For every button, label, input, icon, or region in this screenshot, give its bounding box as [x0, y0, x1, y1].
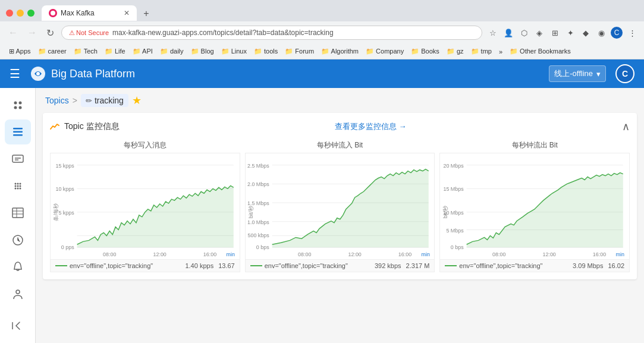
bookmark-daily[interactable]: 📁 daily — [157, 46, 187, 56]
sidebar-item-messages[interactable] — [5, 147, 31, 171]
monitor-more-link[interactable]: 查看更多监控信息 → — [335, 121, 407, 132]
active-tab[interactable]: Max Kafka ✕ — [42, 5, 137, 21]
svg-point-2 — [36, 72, 40, 75]
svg-text:500 kbps: 500 kbps — [247, 232, 269, 238]
charts-row: 每秒写入消息 15 kpps 10 kpp — [50, 140, 630, 272]
sidebar-item-table[interactable] — [5, 201, 31, 225]
legend-line-icon — [55, 265, 67, 266]
svg-text:15 kpps: 15 kpps — [55, 163, 74, 169]
bookmark-life[interactable]: 📁 Life — [102, 46, 128, 56]
svg-point-19 — [19, 188, 21, 190]
svg-text:5 kpps: 5 kpps — [58, 210, 74, 216]
sidebar-item-apps[interactable] — [5, 93, 31, 117]
legend-values: 1.40 kpps 13.67 — [185, 262, 234, 269]
bookmark-company[interactable]: 📁 Company — [363, 46, 407, 56]
tab-close-button[interactable]: ✕ — [124, 9, 130, 17]
minimize-dot[interactable] — [17, 10, 24, 17]
bookmark-career[interactable]: 📁 career — [35, 46, 70, 56]
forward-button[interactable]: → — [25, 25, 39, 40]
sidebar-item-dots[interactable] — [5, 174, 31, 198]
svg-text:16:00: 16:00 — [398, 251, 411, 257]
app-container: ☰ Big Data Platform 线上-offline ▾ C — [0, 59, 644, 343]
svg-marker-75 — [467, 173, 623, 248]
bookmarks-bar: ⊞ Apps 📁 career 📁 Tech 📁 Life 📁 API 📁 da… — [0, 44, 644, 59]
favorite-star-icon[interactable]: ★ — [132, 94, 142, 107]
sidebar-item-clock[interactable] — [5, 228, 31, 252]
svg-text:1.5 Mbps: 1.5 Mbps — [247, 200, 269, 206]
bookmark-books[interactable]: 📁 Books — [408, 46, 442, 56]
bookmark-algorithm[interactable]: 📁 Algorithm — [318, 46, 362, 56]
extension4-icon[interactable]: ✦ — [564, 27, 576, 39]
breadcrumb-edit-container: ✏ tracking — [81, 94, 128, 107]
legend-values: 392 kbps 2.317 M — [375, 262, 429, 269]
bookmark-other[interactable]: 📁 Other Bookmarks — [507, 46, 574, 56]
extension6-icon[interactable]: ◉ — [595, 27, 607, 39]
new-tab-button[interactable]: + — [139, 7, 153, 21]
maximize-dot[interactable] — [27, 10, 34, 17]
svg-text:16:00: 16:00 — [593, 251, 606, 257]
legend-item: env="offline",topic="tracking" — [250, 262, 348, 269]
bookmark-api[interactable]: 📁 API — [130, 46, 156, 56]
breadcrumb-topics-link[interactable]: Topics — [45, 96, 69, 105]
browser-chrome: Max Kafka ✕ + ← → ↻ ⚠ Not Secure max-kaf… — [0, 0, 644, 59]
bookmark-more[interactable]: » — [496, 47, 505, 56]
address-bar[interactable]: ⚠ Not Secure max-kafka-new.guazi-apps.co… — [61, 26, 482, 40]
profile-icon[interactable]: 👤 — [502, 27, 514, 39]
bookmark-tech[interactable]: 📁 Tech — [71, 46, 100, 56]
extension2-icon[interactable]: ◈ — [533, 27, 545, 39]
svg-text:2.0 Mbps: 2.0 Mbps — [247, 181, 269, 187]
bookmark-star-icon[interactable]: ☆ — [487, 27, 499, 39]
browser-window-controls — [6, 10, 34, 17]
svg-point-4 — [18, 101, 21, 104]
bookmark-tools[interactable]: 📁 tools — [251, 46, 281, 56]
extension1-icon[interactable]: ⬡ — [518, 27, 530, 39]
close-dot[interactable] — [6, 10, 13, 17]
logo-icon — [30, 65, 46, 82]
app-header: ☰ Big Data Platform 线上-offline ▾ C — [0, 59, 644, 88]
svg-text:bit/秒: bit/秒 — [248, 206, 254, 218]
legend-env-text: env="offline",topic="tracking" — [70, 262, 153, 269]
legend-min-value: 1.40 kpps — [185, 262, 213, 269]
bookmark-tmp[interactable]: 📁 tmp — [468, 46, 495, 56]
menu-hamburger-icon[interactable]: ☰ — [10, 67, 20, 81]
svg-text:15 Mbps: 15 Mbps — [444, 186, 464, 192]
bookmark-forum[interactable]: 📁 Forum — [282, 46, 317, 56]
chart2-svg: 2.5 Mbps 2.0 Mbps 1.5 Mbps 1.0 Mbps 500 … — [246, 153, 435, 259]
svg-point-17 — [14, 188, 16, 190]
extension3-icon[interactable]: ⊞ — [549, 27, 561, 39]
sidebar-item-list[interactable] — [5, 119, 31, 144]
sidebar-item-bell[interactable] — [5, 255, 31, 279]
app-title: Big Data Platform — [51, 68, 135, 80]
bookmark-blog[interactable]: 📁 Blog — [188, 46, 217, 56]
bookmark-apps[interactable]: ⊞ Apps — [6, 46, 34, 56]
svg-rect-9 — [13, 134, 23, 136]
reload-button[interactable]: ↻ — [44, 25, 56, 41]
user-avatar[interactable]: C — [615, 64, 634, 83]
legend-line-icon — [445, 265, 457, 266]
chart-flow-out: 每秒钟流出 Bit 20 Mbps 15 Mbps 10 Mbps — [439, 140, 630, 272]
extension5-icon[interactable]: ◆ — [580, 27, 592, 39]
browser-tabs: Max Kafka ✕ + — [42, 5, 638, 21]
chart-write-messages: 每秒写入消息 15 kpps 10 kpp — [50, 140, 240, 272]
menu-dots-icon[interactable]: ⋮ — [626, 27, 638, 39]
legend-item: env="offline",topic="tracking" — [445, 262, 542, 269]
legend-env-text: env="offline",topic="tracking" — [459, 262, 542, 269]
env-selector[interactable]: 线上-offline ▾ — [549, 65, 606, 82]
svg-text:12:00: 12:00 — [543, 251, 556, 257]
sidebar-item-people[interactable] — [5, 282, 31, 306]
tab-title: Max Kafka — [61, 9, 120, 17]
svg-text:条/每秒: 条/每秒 — [53, 203, 59, 221]
user-circle-icon[interactable]: C — [611, 27, 623, 39]
back-button[interactable]: ← — [6, 25, 20, 40]
app-logo: Big Data Platform — [30, 65, 135, 82]
edit-icon: ✏ — [86, 96, 92, 105]
monitor-collapse-button[interactable]: ∧ — [622, 120, 630, 133]
table-icon — [11, 206, 24, 219]
not-secure-badge: ⚠ Not Secure — [69, 29, 109, 37]
svg-text:min: min — [227, 251, 235, 257]
bookmark-gz[interactable]: 📁 gz — [444, 46, 467, 56]
sidebar-collapse-button[interactable] — [5, 314, 31, 338]
chart3-svg: 20 Mbps 15 Mbps 10 Mbps 5 Mbps 0 bps bit… — [440, 153, 629, 259]
bookmark-linux[interactable]: 📁 Linux — [218, 46, 250, 56]
svg-rect-7 — [13, 128, 23, 130]
